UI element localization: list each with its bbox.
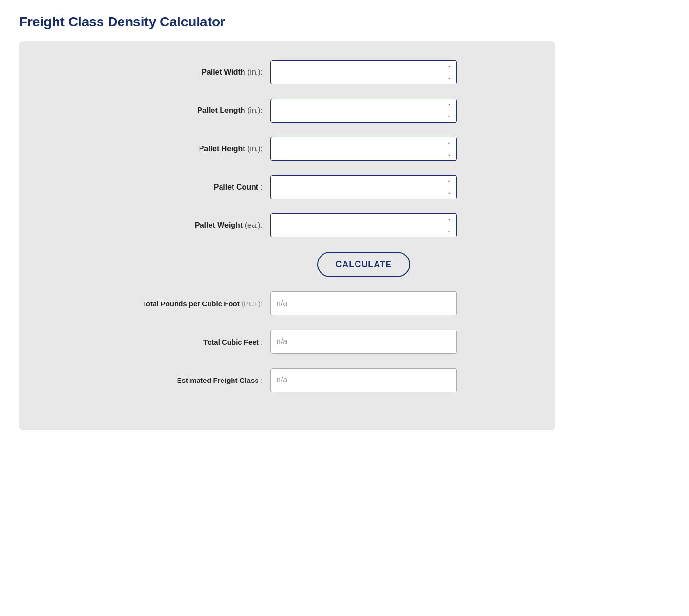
total-pcf-label: Total Pounds per Cubic Foot (PCF): (117, 300, 270, 308)
pallet-weight-down[interactable]: ⌄ (445, 226, 454, 235)
calculate-button-row: CALCULATE (48, 252, 526, 277)
pallet-weight-label: Pallet Weight (ea.): (117, 221, 270, 230)
pallet-width-unit: (in.): (247, 68, 263, 76)
pallet-weight-spinner: ⌃ ⌄ (445, 216, 454, 235)
estimated-freight-class-label: Estimated Freight Class : (117, 376, 270, 384)
pallet-height-up[interactable]: ⌃ (445, 140, 454, 148)
pallet-height-wrapper: ⌃ ⌄ (270, 137, 457, 161)
pallet-length-wrapper: ⌃ ⌄ (270, 99, 457, 123)
pallet-weight-input[interactable] (270, 213, 457, 237)
pallet-count-spinner: ⌃ ⌄ (445, 178, 454, 196)
pallet-length-spinner: ⌃ ⌄ (445, 101, 454, 120)
pallet-length-row: Pallet Length (in.): ⌃ ⌄ (48, 99, 526, 123)
total-cubic-feet-label: Total Cubic Feet : (117, 338, 270, 346)
pallet-width-label: Pallet Width (in.): (117, 68, 270, 77)
pallet-weight-wrapper: ⌃ ⌄ (270, 213, 457, 237)
pallet-count-up[interactable]: ⌃ (445, 178, 454, 187)
pallet-length-label: Pallet Length (in.): (117, 106, 270, 115)
pallet-weight-label-bold: Pallet Weight (195, 221, 243, 229)
total-cubic-feet-label-bold: Total Cubic Feet (203, 338, 259, 346)
pallet-height-label-bold: Pallet Height (199, 145, 245, 153)
pallet-width-label-bold: Pallet Width (201, 68, 245, 76)
pallet-height-down[interactable]: ⌄ (445, 149, 454, 158)
estimated-freight-class-input (270, 368, 457, 392)
pallet-width-input[interactable] (270, 60, 457, 84)
total-pcf-row: Total Pounds per Cubic Foot (PCF): (48, 291, 526, 315)
pallet-count-label-bold: Pallet Count (214, 183, 258, 191)
total-cubic-feet-wrapper (270, 330, 457, 354)
estimated-freight-class-wrapper (270, 368, 457, 392)
pallet-width-row: Pallet Width (in.): ⌃ ⌄ (48, 60, 526, 84)
estimated-freight-class-unit: : (261, 376, 263, 384)
pallet-length-label-bold: Pallet Length (197, 106, 245, 114)
pallet-count-label: Pallet Count : (117, 183, 270, 191)
button-offset: CALCULATE (317, 252, 410, 277)
total-pcf-unit: (PCF): (242, 300, 263, 308)
total-pcf-wrapper (270, 291, 457, 315)
estimated-freight-class-label-bold: Estimated Freight Class (177, 376, 259, 384)
page-title: Freight Class Density Calculator (19, 14, 555, 30)
calculate-button[interactable]: CALCULATE (317, 252, 410, 277)
total-pcf-label-bold: Total Pounds per Cubic Foot (142, 300, 240, 308)
pallet-height-input[interactable] (270, 137, 457, 161)
pallet-count-unit: : (261, 183, 263, 191)
pallet-count-down[interactable]: ⌄ (445, 188, 454, 196)
pallet-width-wrapper: ⌃ ⌄ (270, 60, 457, 84)
total-cubic-feet-input (270, 330, 457, 354)
total-pcf-input (270, 291, 457, 315)
pallet-count-wrapper: ⌃ ⌄ (270, 175, 457, 199)
pallet-length-input[interactable] (270, 99, 457, 123)
total-cubic-feet-unit: : (261, 338, 263, 346)
pallet-count-input[interactable] (270, 175, 457, 199)
pallet-height-spinner: ⌃ ⌄ (445, 140, 454, 158)
pallet-height-unit: (in.): (247, 145, 263, 153)
pallet-weight-up[interactable]: ⌃ (445, 216, 454, 225)
calculator-container: Pallet Width (in.): ⌃ ⌄ Pallet Length (i… (19, 41, 555, 430)
pallet-height-label: Pallet Height (in.): (117, 145, 270, 153)
total-cubic-feet-row: Total Cubic Feet : (48, 330, 526, 354)
pallet-length-down[interactable]: ⌄ (445, 111, 454, 120)
estimated-freight-class-row: Estimated Freight Class : (48, 368, 526, 392)
pallet-width-up[interactable]: ⌃ (445, 63, 454, 72)
pallet-width-spinner: ⌃ ⌄ (445, 63, 454, 81)
pallet-width-down[interactable]: ⌄ (445, 73, 454, 81)
pallet-height-row: Pallet Height (in.): ⌃ ⌄ (48, 137, 526, 161)
pallet-count-row: Pallet Count : ⌃ ⌄ (48, 175, 526, 199)
pallet-length-up[interactable]: ⌃ (445, 101, 454, 110)
pallet-length-unit: (in.): (247, 106, 263, 114)
pallet-weight-row: Pallet Weight (ea.): ⌃ ⌄ (48, 213, 526, 237)
pallet-weight-unit: (ea.): (245, 221, 263, 229)
